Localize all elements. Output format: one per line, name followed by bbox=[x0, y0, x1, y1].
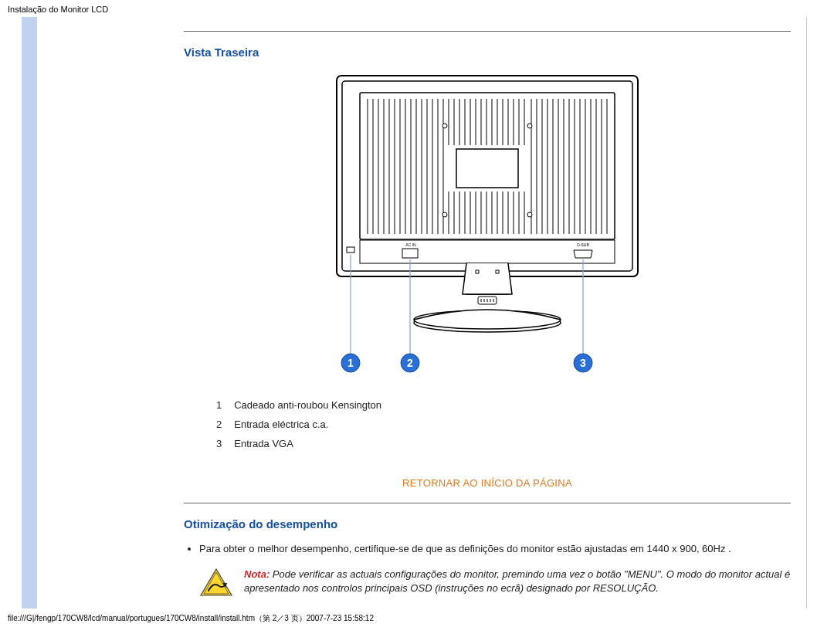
svg-rect-74 bbox=[496, 270, 499, 273]
svg-point-64 bbox=[442, 124, 447, 128]
svg-rect-70 bbox=[402, 249, 418, 258]
dsub-label: D-SUB bbox=[577, 242, 589, 247]
divider bbox=[184, 503, 791, 503]
callout-2: 2 bbox=[407, 357, 413, 369]
callout-3: 3 bbox=[580, 357, 586, 369]
legend-label: Cadeado anti-roubou Kensington bbox=[234, 396, 392, 414]
table-row: 1 Cadeado anti-roubou Kensington bbox=[216, 396, 392, 414]
main-content: Vista Traseira bbox=[37, 17, 806, 608]
svg-point-66 bbox=[442, 212, 447, 217]
legend-num: 1 bbox=[216, 396, 232, 414]
note-text: Nota: Pode verificar as actuais configur… bbox=[244, 568, 791, 597]
legend-label: Entrada eléctrica c.a. bbox=[234, 415, 392, 433]
svg-point-67 bbox=[527, 212, 532, 217]
return-to-top-link[interactable]: RETORNAR AO INÍCIO DA PÁGINA bbox=[402, 477, 572, 489]
svg-rect-63 bbox=[456, 149, 518, 188]
legend-label: Entrada VGA bbox=[234, 435, 392, 452]
table-row: 2 Entrada eléctrica c.a. bbox=[216, 415, 392, 433]
note-label: Nota: bbox=[244, 568, 270, 580]
warning-icon bbox=[199, 568, 233, 601]
svg-rect-73 bbox=[476, 270, 479, 273]
content-frame: Vista Traseira bbox=[0, 17, 834, 608]
rear-view-heading: Vista Traseira bbox=[184, 46, 791, 59]
rear-view-figure: AC IN D-SUB 1 bbox=[184, 68, 791, 379]
legend-num: 2 bbox=[216, 415, 232, 433]
svg-marker-71 bbox=[574, 250, 592, 258]
right-margin-stripe bbox=[806, 17, 834, 608]
list-item: Para obter o melhor desempenho, certifiq… bbox=[199, 541, 791, 557]
note-body: Pode verificar as actuais configurações … bbox=[244, 568, 790, 595]
performance-list: Para obter o melhor desempenho, certifiq… bbox=[199, 541, 791, 557]
monitor-rear-diagram: AC IN D-SUB 1 bbox=[325, 68, 649, 377]
return-link-wrap: RETORNAR AO INÍCIO DA PÁGINA bbox=[184, 477, 791, 489]
svg-rect-69 bbox=[347, 247, 354, 253]
performance-heading: Otimização do desempenho bbox=[184, 517, 791, 530]
table-row: 3 Entrada VGA bbox=[216, 435, 392, 452]
note-block: Nota: Pode verificar as actuais configur… bbox=[199, 568, 791, 601]
svg-point-65 bbox=[527, 124, 532, 128]
divider bbox=[184, 31, 791, 32]
callout-1: 1 bbox=[348, 357, 354, 369]
footer-file-path: file:///G|/fengp/170CW8/lcd/manual/portu… bbox=[0, 608, 834, 632]
left-accent-stripe bbox=[22, 17, 37, 608]
legend-num: 3 bbox=[216, 435, 232, 452]
port-legend-table: 1 Cadeado anti-roubou Kensington 2 Entra… bbox=[215, 395, 394, 454]
page-title: Instalação do Monitor LCD bbox=[0, 0, 834, 17]
ac-in-label: AC IN bbox=[405, 242, 416, 247]
